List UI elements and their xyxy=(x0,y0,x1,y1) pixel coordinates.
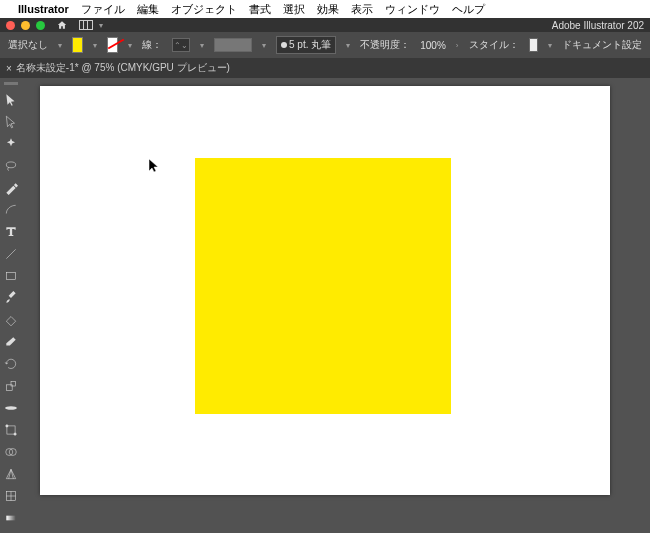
chevron-down-icon[interactable]: ▾ xyxy=(548,41,552,50)
svg-point-5 xyxy=(5,406,17,410)
chevron-down-icon[interactable]: ▾ xyxy=(262,41,266,50)
document-tab-title[interactable]: 名称未設定-1* @ 75% (CMYK/GPU プレビュー) xyxy=(16,61,230,75)
brush-name: 5 pt. 丸筆 xyxy=(289,38,331,52)
svg-rect-14 xyxy=(6,516,15,521)
type-tool-icon[interactable] xyxy=(2,223,20,241)
menu-edit[interactable]: 編集 xyxy=(137,2,159,17)
tools-panel xyxy=(0,78,22,533)
opacity-value[interactable]: 100% xyxy=(420,40,446,51)
gradient-tool-icon[interactable] xyxy=(2,509,20,527)
stroke-profile[interactable] xyxy=(214,38,252,52)
svg-rect-2 xyxy=(6,273,15,280)
tab-close-icon[interactable]: × xyxy=(6,63,12,74)
menu-window[interactable]: ウィンドウ xyxy=(385,2,440,17)
svg-rect-6 xyxy=(7,426,15,434)
svg-point-0 xyxy=(6,162,15,168)
no-selection-label: 選択なし xyxy=(8,38,48,52)
home-icon[interactable] xyxy=(57,20,67,30)
rectangle-tool-icon[interactable] xyxy=(2,267,20,285)
brush-dot-icon xyxy=(281,42,287,48)
svg-point-8 xyxy=(14,433,16,435)
chevron-down-icon[interactable]: ▾ xyxy=(200,41,204,50)
shaper-tool-icon[interactable] xyxy=(2,311,20,329)
opacity-label: 不透明度： xyxy=(360,38,410,52)
menu-view[interactable]: 表示 xyxy=(351,2,373,17)
style-label: スタイル： xyxy=(469,38,519,52)
panel-grip-icon[interactable] xyxy=(4,82,18,85)
shape-builder-tool-icon[interactable] xyxy=(2,443,20,461)
width-tool-icon[interactable] xyxy=(2,399,20,417)
menu-help[interactable]: ヘルプ xyxy=(452,2,485,17)
doc-settings-button[interactable]: ドキュメント設定 xyxy=(562,38,642,52)
eraser-tool-icon[interactable] xyxy=(2,333,20,351)
svg-rect-4 xyxy=(11,381,16,386)
menu-effect[interactable]: 効果 xyxy=(317,2,339,17)
mac-menubar: Illustrator ファイル 編集 オブジェクト 書式 選択 効果 表示 ウ… xyxy=(0,0,650,18)
window-close-icon[interactable] xyxy=(6,21,15,30)
lasso-tool-icon[interactable] xyxy=(2,157,20,175)
fill-swatch[interactable] xyxy=(72,37,83,53)
brush-field[interactable]: 5 pt. 丸筆 xyxy=(276,36,336,54)
scale-tool-icon[interactable] xyxy=(2,377,20,395)
stroke-label: 線： xyxy=(142,38,162,52)
control-bar: 選択なし ▾ ▾ ▾ 線： ⌃⌄ ▾ ▾ 5 pt. 丸筆 ▾ 不透明度： 10… xyxy=(0,32,650,58)
window-title: Adobe Illustrator 202 xyxy=(552,20,644,31)
document-tab-row: × 名称未設定-1* @ 75% (CMYK/GPU プレビュー) xyxy=(0,58,650,78)
pen-tool-icon[interactable] xyxy=(2,179,20,197)
curvature-tool-icon[interactable] xyxy=(2,201,20,219)
artwork-rectangle[interactable] xyxy=(195,158,451,414)
svg-line-1 xyxy=(6,249,15,258)
window-maximize-icon[interactable] xyxy=(36,21,45,30)
chevron-down-icon[interactable]: ▾ xyxy=(93,41,97,50)
line-tool-icon[interactable] xyxy=(2,245,20,263)
selection-tool-icon[interactable] xyxy=(2,91,20,109)
style-swatch[interactable] xyxy=(529,38,539,52)
menu-file[interactable]: ファイル xyxy=(81,2,125,17)
svg-point-7 xyxy=(6,425,8,427)
menu-select[interactable]: 選択 xyxy=(283,2,305,17)
title-bar: ▾ Adobe Illustrator 202 xyxy=(0,18,650,32)
canvas-area[interactable] xyxy=(40,86,610,495)
stroke-weight-input[interactable]: ⌃⌄ xyxy=(172,38,190,52)
direct-selection-tool-icon[interactable] xyxy=(2,113,20,131)
stroke-swatch[interactable] xyxy=(107,37,118,53)
perspective-grid-tool-icon[interactable] xyxy=(2,465,20,483)
chevron-down-icon[interactable]: ▾ xyxy=(128,41,132,50)
chevron-down-icon[interactable]: ▾ xyxy=(58,41,62,50)
cursor-icon xyxy=(148,158,160,176)
app-name[interactable]: Illustrator xyxy=(18,3,69,15)
workspace-layout-icon[interactable] xyxy=(79,20,93,30)
menu-object[interactable]: オブジェクト xyxy=(171,2,237,17)
mesh-tool-icon[interactable] xyxy=(2,487,20,505)
chevron-down-icon[interactable]: ▾ xyxy=(99,21,103,30)
menu-type[interactable]: 書式 xyxy=(249,2,271,17)
magic-wand-tool-icon[interactable] xyxy=(2,135,20,153)
chevron-right-icon[interactable]: › xyxy=(456,41,459,50)
free-transform-tool-icon[interactable] xyxy=(2,421,20,439)
paintbrush-tool-icon[interactable] xyxy=(2,289,20,307)
chevron-down-icon[interactable]: ▾ xyxy=(346,41,350,50)
window-minimize-icon[interactable] xyxy=(21,21,30,30)
rotate-tool-icon[interactable] xyxy=(2,355,20,373)
